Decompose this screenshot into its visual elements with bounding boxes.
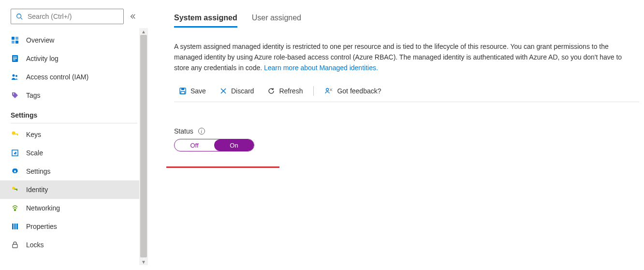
svg-point-31 — [326, 88, 329, 90]
keys-icon — [11, 130, 19, 139]
svg-point-21 — [15, 210, 16, 211]
save-button[interactable]: Save — [174, 85, 211, 97]
svg-rect-4 — [12, 41, 15, 44]
save-icon — [179, 87, 187, 95]
svg-rect-15 — [17, 134, 18, 135]
sidebar-label: Access control (IAM) — [26, 73, 88, 81]
sidebar-label: Scale — [26, 149, 43, 157]
discard-label: Discard — [231, 87, 254, 95]
toolbar: Save Discard Refresh Got feedback? — [174, 83, 639, 102]
svg-rect-22 — [12, 224, 14, 229]
scroll-up-icon[interactable]: ▲ — [139, 28, 148, 35]
refresh-button[interactable]: Refresh — [263, 85, 307, 97]
svg-rect-5 — [15, 41, 18, 44]
sidebar-label: Activity log — [26, 55, 59, 62]
search-box[interactable] — [11, 9, 124, 24]
scroll-down-icon[interactable]: ▼ — [139, 258, 148, 265]
sidebar: Overview Activity log Access control (IA… — [0, 0, 148, 270]
tags-icon — [11, 91, 19, 100]
feedback-button[interactable]: Got feedback? — [320, 85, 386, 97]
sidebar-label: Properties — [26, 223, 57, 230]
status-section: Status i Off On — [174, 127, 639, 151]
learn-more-link[interactable]: Learn more about Managed identities. — [264, 64, 378, 72]
svg-point-0 — [17, 14, 21, 18]
sidebar-item-keys[interactable]: Keys — [0, 125, 148, 144]
status-toggle-on[interactable]: On — [214, 139, 254, 151]
discard-icon — [220, 87, 227, 95]
svg-rect-23 — [15, 224, 16, 229]
sidebar-item-activity-log[interactable]: Activity log — [0, 49, 148, 68]
sidebar-item-properties[interactable]: Properties — [0, 217, 148, 236]
networking-icon — [11, 204, 19, 212]
svg-rect-20 — [16, 189, 17, 191]
identity-icon — [11, 185, 19, 194]
discard-button[interactable]: Discard — [215, 85, 259, 97]
sidebar-item-access-control[interactable]: Access control (IAM) — [0, 68, 148, 86]
sidebar-divider — [11, 123, 137, 123]
search-icon — [15, 12, 24, 21]
svg-point-12 — [13, 93, 14, 94]
activity-log-icon — [11, 54, 19, 63]
tab-system-assigned[interactable]: System assigned — [174, 14, 237, 28]
search-input[interactable] — [27, 12, 119, 21]
sidebar-item-locks[interactable]: Locks — [0, 236, 148, 254]
sidebar-label: Networking — [26, 204, 60, 212]
sidebar-item-settings[interactable]: Settings — [0, 162, 148, 180]
overview-icon — [11, 36, 19, 45]
properties-icon — [11, 222, 19, 231]
identity-description: A system assigned managed identity is re… — [174, 41, 629, 73]
svg-rect-27 — [181, 88, 184, 90]
sidebar-label: Tags — [26, 91, 41, 99]
status-toggle[interactable]: Off On — [174, 139, 254, 151]
svg-rect-2 — [12, 37, 15, 40]
info-icon[interactable]: i — [198, 128, 205, 135]
svg-line-1 — [21, 18, 23, 20]
save-label: Save — [190, 87, 206, 95]
sidebar-item-overview[interactable]: Overview — [0, 31, 148, 49]
sidebar-scrollbar[interactable]: ▲ ▼ — [139, 28, 148, 265]
sidebar-label: Identity — [26, 186, 48, 194]
refresh-label: Refresh — [279, 87, 303, 95]
svg-rect-3 — [15, 37, 18, 40]
scale-icon — [11, 149, 19, 157]
sidebar-item-tags[interactable]: Tags — [0, 86, 148, 105]
refresh-icon — [267, 87, 275, 95]
sidebar-label: Settings — [26, 167, 51, 175]
svg-rect-9 — [13, 60, 15, 60]
svg-rect-25 — [13, 244, 17, 248]
svg-rect-28 — [181, 91, 185, 94]
sidebar-label: Keys — [26, 131, 41, 138]
identity-tabs: System assigned User assigned — [174, 14, 639, 28]
annotation-underline — [166, 166, 279, 168]
sidebar-item-scale[interactable]: Scale — [0, 144, 148, 162]
svg-rect-7 — [13, 57, 17, 58]
sidebar-group-settings: Settings — [0, 105, 148, 121]
main-content: System assigned User assigned A system a… — [174, 14, 639, 151]
svg-rect-8 — [13, 58, 17, 59]
description-text: A system assigned managed identity is re… — [174, 43, 622, 72]
toolbar-separator — [313, 86, 314, 96]
sidebar-item-networking[interactable]: Networking — [0, 199, 148, 217]
lock-icon — [11, 240, 19, 249]
sidebar-item-identity[interactable]: Identity — [0, 180, 148, 199]
svg-point-10 — [13, 75, 15, 77]
feedback-icon — [324, 87, 333, 95]
sidebar-label: Overview — [26, 36, 54, 44]
status-toggle-off[interactable]: Off — [175, 139, 214, 151]
sidebar-label: Locks — [26, 241, 44, 249]
status-label: Status — [174, 127, 193, 135]
collapse-sidebar-button[interactable] — [129, 12, 137, 21]
svg-point-11 — [15, 75, 17, 77]
svg-point-17 — [14, 170, 16, 172]
feedback-label: Got feedback? — [337, 87, 381, 95]
access-control-icon — [11, 73, 19, 81]
settings-gear-icon — [11, 167, 19, 176]
scroll-thumb[interactable] — [140, 35, 147, 257]
tab-user-assigned[interactable]: User assigned — [252, 14, 301, 28]
svg-rect-24 — [16, 224, 18, 229]
